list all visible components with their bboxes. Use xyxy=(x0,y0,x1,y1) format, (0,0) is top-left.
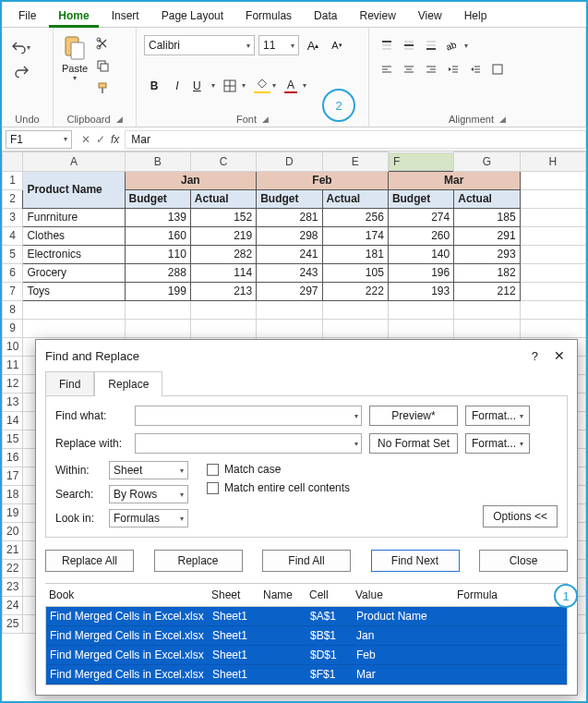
cell-value[interactable]: 140 xyxy=(388,245,453,263)
cell-blank[interactable] xyxy=(257,300,322,319)
fx-icon[interactable]: fx xyxy=(111,133,125,146)
decrease-font-button[interactable]: A▾ xyxy=(327,35,347,55)
cell-blank[interactable] xyxy=(520,300,585,319)
cell-value[interactable]: 139 xyxy=(125,208,190,226)
row-header-12[interactable]: 12 xyxy=(3,374,23,393)
options-button[interactable]: Options << xyxy=(483,505,558,527)
cell-value[interactable]: 152 xyxy=(190,208,256,226)
orientation-button[interactable]: ab▾ xyxy=(443,35,471,55)
tab-help[interactable]: Help xyxy=(455,6,497,27)
cell-budget[interactable]: Budget xyxy=(125,189,190,208)
cell-value[interactable]: 291 xyxy=(454,226,520,245)
tab-replace[interactable]: Replace xyxy=(94,371,162,396)
cell-blank[interactable] xyxy=(520,208,585,226)
find-next-button[interactable]: Find Next xyxy=(371,550,460,572)
find-what-input[interactable]: ▾ xyxy=(135,406,362,426)
cell-value[interactable]: 213 xyxy=(190,282,256,300)
cell-value[interactable]: 241 xyxy=(257,245,322,263)
close-button[interactable]: Close xyxy=(479,550,568,572)
undo-button[interactable]: ▾ xyxy=(11,37,31,57)
cell-value[interactable]: 260 xyxy=(388,226,453,245)
tab-data[interactable]: Data xyxy=(305,6,346,27)
cell-value[interactable]: 105 xyxy=(322,263,388,282)
format-painter-button[interactable] xyxy=(92,78,113,98)
font-color-button[interactable]: A▾ xyxy=(282,76,309,96)
tab-review[interactable]: Review xyxy=(350,6,404,27)
row-header-2[interactable]: 2 xyxy=(3,189,23,208)
bold-button[interactable]: B xyxy=(144,76,164,96)
row-header-17[interactable]: 17 xyxy=(3,467,23,485)
col-header-E[interactable]: E xyxy=(322,152,388,172)
cut-button[interactable] xyxy=(92,33,113,54)
row-header-18[interactable]: 18 xyxy=(3,485,23,503)
paste-icon[interactable] xyxy=(59,31,90,63)
cell-month-jan[interactable]: Jan xyxy=(125,171,257,189)
cell-value[interactable]: 219 xyxy=(190,226,256,245)
row-header-7[interactable]: 7 xyxy=(3,282,23,300)
cell-value[interactable]: 293 xyxy=(454,245,520,263)
cell-actual[interactable]: Actual xyxy=(454,189,520,208)
font-launcher-icon[interactable]: ◢ xyxy=(262,115,269,124)
cell-blank[interactable] xyxy=(454,300,520,319)
replace-all-button[interactable]: Replace All xyxy=(45,550,134,572)
row-header-4[interactable]: 4 xyxy=(3,226,23,245)
cell-actual[interactable]: Actual xyxy=(190,189,256,208)
replace-with-input[interactable]: ▾ xyxy=(135,433,362,454)
increase-indent-button[interactable] xyxy=(465,59,486,79)
cell-value[interactable]: 182 xyxy=(454,263,520,282)
col-header-H[interactable]: H xyxy=(520,152,585,172)
cell-budget[interactable]: Budget xyxy=(388,189,453,208)
italic-button[interactable]: I xyxy=(167,76,187,96)
align-middle-button[interactable] xyxy=(399,35,419,55)
row-header-21[interactable]: 21 xyxy=(3,540,23,559)
clipboard-launcher-icon[interactable]: ◢ xyxy=(116,115,123,124)
tab-page-layout[interactable]: Page Layout xyxy=(152,6,233,27)
row-header-14[interactable]: 14 xyxy=(3,411,23,430)
cell-blank[interactable] xyxy=(23,319,125,337)
replace-format-button[interactable]: Format...▾ xyxy=(465,433,530,454)
tab-insert[interactable]: Insert xyxy=(102,6,149,27)
row-header-19[interactable]: 19 xyxy=(3,503,23,522)
row-header-22[interactable]: 22 xyxy=(3,559,23,577)
redo-button[interactable] xyxy=(11,61,31,81)
cancel-formula-icon[interactable]: ✕ xyxy=(81,133,90,146)
cell-product-name[interactable]: Product Name xyxy=(23,171,125,208)
cell-value[interactable]: 222 xyxy=(322,282,388,300)
results-header[interactable]: Book Sheet Name Cell Value Formula xyxy=(45,584,568,606)
result-row[interactable]: Find Merged Cells in Excel.xlsxSheet1$F$… xyxy=(46,665,567,685)
formula-input[interactable]: Mar xyxy=(125,130,586,149)
col-header-C[interactable]: C xyxy=(190,152,256,172)
align-bottom-button[interactable] xyxy=(421,35,441,55)
cell-blank[interactable] xyxy=(454,319,520,337)
cell-value[interactable]: 185 xyxy=(454,208,520,226)
row-header-6[interactable]: 6 xyxy=(3,263,23,282)
cell-blank[interactable] xyxy=(520,245,585,263)
col-header-B[interactable]: B xyxy=(125,152,190,172)
cell-blank[interactable] xyxy=(520,263,585,282)
alignment-launcher-icon[interactable]: ◢ xyxy=(499,115,506,124)
within-select[interactable]: Sheet▾ xyxy=(109,461,188,479)
cell-name[interactable]: Grocery xyxy=(23,263,125,282)
cell-month-mar[interactable]: Mar xyxy=(388,171,520,189)
tab-formulas[interactable]: Formulas xyxy=(236,6,301,27)
cell-value[interactable]: 298 xyxy=(257,226,322,245)
cell-value[interactable]: 297 xyxy=(257,282,322,300)
result-row[interactable]: Find Merged Cells in Excel.xlsxSheet1$D$… xyxy=(46,646,567,665)
cell-value[interactable]: 288 xyxy=(125,263,190,282)
cell-actual[interactable]: Actual xyxy=(322,189,388,208)
cell-name[interactable]: Electronics xyxy=(23,245,125,263)
copy-button[interactable] xyxy=(92,55,113,76)
cell-blank[interactable] xyxy=(23,300,125,319)
row-header-24[interactable]: 24 xyxy=(3,596,23,614)
match-entire-checkbox[interactable] xyxy=(207,482,219,494)
tab-view[interactable]: View xyxy=(409,6,451,27)
row-header-8[interactable]: 8 xyxy=(3,300,23,319)
cell-value[interactable]: 199 xyxy=(125,282,190,300)
tab-file[interactable]: File xyxy=(9,6,45,27)
enter-formula-icon[interactable]: ✓ xyxy=(96,133,105,146)
row-header-3[interactable]: 3 xyxy=(3,208,23,226)
row-header-23[interactable]: 23 xyxy=(3,577,23,596)
tab-home[interactable]: Home xyxy=(49,6,98,28)
result-row[interactable]: Find Merged Cells in Excel.xlsxSheet1$B$… xyxy=(46,626,567,646)
col-header-G[interactable]: G xyxy=(454,152,520,172)
